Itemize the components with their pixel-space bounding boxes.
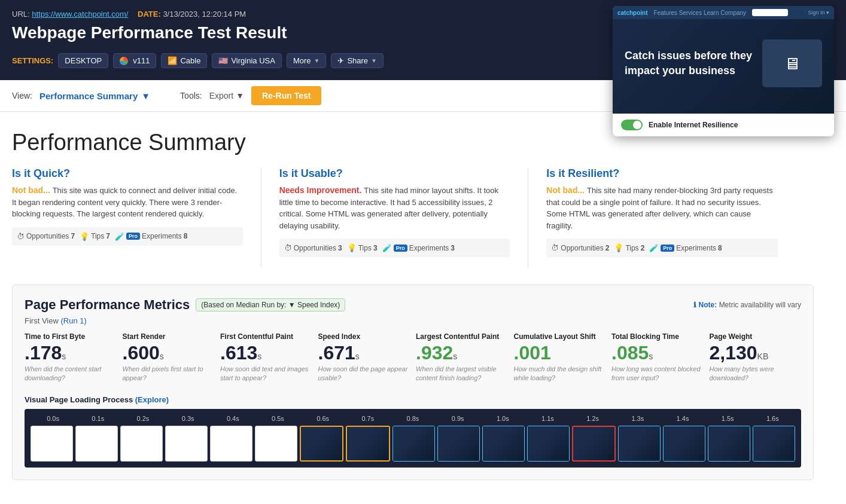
frame-9 [437, 426, 480, 462]
frame-7 [346, 426, 389, 462]
metric-label-7: Page Weight [710, 332, 802, 341]
location-label: Virginia USA [231, 56, 275, 65]
tl-label-11: 1.1s [525, 415, 570, 422]
tl-label-5: 0.5s [255, 415, 300, 422]
metric-value-7: 2,130KB [710, 343, 802, 362]
timeline-labels: 0.0s0.1s0.2s0.3s0.4s0.5s0.6s0.7s0.8s0.9s… [31, 415, 795, 422]
col-usable-heading: Is it Usable? [279, 167, 510, 180]
col-usable-rating: Needs Improvement. [279, 185, 362, 195]
tl-label-3: 0.3s [166, 415, 211, 422]
metric-desc-3: How soon did the page appear usable? [318, 365, 410, 383]
opportunities-icon-2: ⏱ [284, 243, 292, 252]
metric-item-0: Time to First Byte .178s When did the co… [25, 332, 117, 383]
metric-desc-5: How much did the design shift while load… [514, 365, 606, 383]
tips-icon-1: 💡 [80, 232, 89, 241]
tl-label-1: 0.1s [75, 415, 120, 422]
metric-label-4: Largest Contentful Paint [416, 332, 508, 341]
metrics-grid: Time to First Byte .178s When did the co… [25, 332, 801, 383]
device-button[interactable]: DESKTOP [58, 53, 108, 68]
frame-15 [708, 426, 750, 462]
date-label-prefix: DATE: [138, 10, 161, 19]
frame-8 [392, 426, 435, 462]
opp-count-3: 2 [605, 244, 610, 252]
share-button[interactable]: ✈ Share ▼ [331, 53, 384, 68]
browser-label: v111 [133, 56, 150, 65]
export-button[interactable]: Export ▼ [209, 91, 244, 100]
settings-label: SETTINGS: [12, 56, 53, 65]
metric-item-6: Total Blocking Time .085s How long was c… [611, 332, 704, 383]
export-label: Export [209, 91, 233, 100]
experiments-icon-3: 🧪 [649, 243, 659, 252]
frame-1 [75, 426, 118, 462]
opp-count-2: 3 [338, 244, 342, 252]
metric-label-0: Time to First Byte [25, 332, 117, 341]
metrics-header: Page Performance Metrics (Based on Media… [25, 297, 801, 313]
col-resilient-heading: Is it Resilient? [546, 167, 778, 180]
tools-label: Tools: [180, 91, 202, 100]
exp-count-2: 3 [451, 244, 455, 252]
share-arrow-icon: ▼ [371, 57, 377, 64]
first-view-text: First View [25, 316, 59, 325]
url-link[interactable]: https://www.catchpoint.com/ [32, 10, 128, 19]
col-quick-tags: ⏱ Opportunities 7 💡 Tips 7 🧪 Pro Experim… [12, 227, 243, 246]
tips-icon-3: 💡 [614, 243, 623, 252]
opportunities-icon-1: ⏱ [17, 232, 25, 241]
metric-item-5: Cumulative Layout Shift .001 How much di… [514, 332, 606, 383]
toggle-switch[interactable] [621, 120, 643, 130]
perf-col-usable: Is it Usable? Needs Improvement. This si… [279, 167, 529, 267]
location-button[interactable]: 🇺🇸 Virginia USA [212, 53, 281, 68]
exp-label-2: Experiments [409, 244, 449, 252]
tl-label-12: 1.2s [570, 415, 615, 422]
preview-nav: catchpoint Features Services Learn Compa… [613, 6, 834, 19]
tl-label-16: 1.6s [750, 415, 795, 422]
share-label: Share [347, 56, 368, 65]
metric-label-3: Speed Index [318, 332, 410, 341]
exp-count-1: 8 [184, 232, 188, 240]
more-button[interactable]: More ▼ [287, 53, 327, 68]
metric-item-2: First Contentful Paint .613s How soon di… [220, 332, 312, 383]
pro-badge-3: Pro [661, 245, 674, 252]
tl-label-14: 1.4s [660, 415, 705, 422]
col-resilient-rating: Not bad... [546, 185, 585, 195]
performance-columns: Is it Quick? Not bad... This site was qu… [12, 167, 814, 267]
first-view-label: First View (Run 1) [25, 316, 801, 325]
pro-badge-2: Pro [394, 245, 407, 252]
metric-label-6: Total Blocking Time [611, 332, 704, 341]
tips-label-3: Tips [625, 244, 638, 252]
run-link[interactable]: (Run 1) [60, 316, 86, 325]
view-arrow-icon: ▼ [141, 91, 150, 101]
metric-desc-0: When did the content start downloading? [25, 365, 117, 383]
tl-label-6: 0.6s [300, 415, 345, 422]
timeline-container: 0.0s0.1s0.2s0.3s0.4s0.5s0.6s0.7s0.8s0.9s… [25, 409, 801, 468]
metric-item-3: Speed Index .671s How soon did the page … [318, 332, 410, 383]
metrics-title: Page Performance Metrics [25, 297, 190, 313]
rerun-button[interactable]: Re-Run Test [251, 86, 321, 105]
tips-icon-2: 💡 [347, 243, 357, 252]
tools-group: Tools: Export ▼ Re-Run Test [180, 86, 321, 105]
tag-tips-1: 💡 Tips 7 [80, 232, 110, 241]
metric-label-2: First Contentful Paint [220, 332, 312, 341]
tl-label-2: 0.2s [120, 415, 165, 422]
device-label: DESKTOP [65, 56, 102, 65]
col-quick-heading: Is it Quick? [12, 167, 243, 180]
preview-hero-text: Catch issues before they impact your bus… [625, 48, 762, 78]
browser-button[interactable]: v111 [113, 53, 156, 68]
explore-link[interactable]: (Explore) [135, 395, 169, 404]
connection-button[interactable]: 📶 Cable [161, 53, 207, 68]
preview-search[interactable] [752, 9, 788, 16]
metric-desc-6: How long was content blocked from user i… [611, 365, 704, 383]
col-quick-rating: Not bad... [12, 185, 50, 195]
frame-12 [572, 426, 616, 462]
tl-label-10: 1.0s [480, 415, 525, 422]
experiments-icon-2: 🧪 [382, 243, 392, 252]
tag-tips-2: 💡 Tips 3 [347, 243, 378, 252]
view-select-button[interactable]: Performance Summary ▼ [39, 91, 150, 101]
exp-label-3: Experiments [676, 244, 716, 252]
signal-icon: 📶 [168, 56, 177, 65]
connection-label: Cable [180, 56, 200, 65]
tag-tips-3: 💡 Tips 2 [614, 243, 644, 252]
rerun-label: Re-Run Test [262, 91, 311, 100]
frame-16 [753, 426, 795, 462]
frame-11 [527, 426, 570, 462]
metric-value-6: .085s [611, 343, 704, 362]
